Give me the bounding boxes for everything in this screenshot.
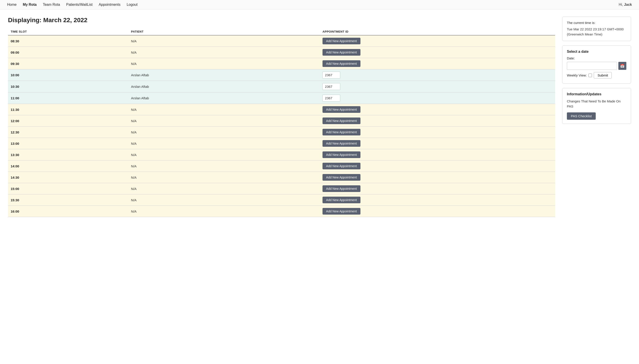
appt-id-value: 2367 [322, 95, 340, 102]
date-input[interactable] [567, 62, 617, 70]
cell-patient: N/A [128, 126, 320, 138]
add-appointment-button[interactable]: Add New Appointment [322, 174, 360, 181]
schedule-table: TIME SLOT PATIENT APPOINTMENT ID 08:30N/… [8, 28, 555, 217]
cell-appt-id: Add New Appointment [320, 183, 555, 194]
add-appointment-button[interactable]: Add New Appointment [322, 208, 360, 214]
cell-patient: Arslan Aftab [128, 70, 320, 81]
sidebar: The current time is: Tue Mar 22 2022 23:… [562, 17, 631, 124]
date-select-title: Select a date [567, 50, 626, 54]
current-time-label: The current time is: [567, 21, 626, 24]
add-appointment-button[interactable]: Add New Appointment [322, 129, 360, 136]
cell-appt-id: Add New Appointment [320, 138, 555, 149]
pas-checklist-button[interactable]: PAS Checklist [567, 112, 596, 120]
nav-item-teamrota[interactable]: Team Rota [43, 3, 60, 7]
cell-appt-id: Add New Appointment [320, 104, 555, 115]
cell-timeslot: 10:30 [8, 81, 128, 92]
calendar-icon-button[interactable]: 📅 [618, 62, 626, 70]
navigation: Home My Rota Team Rota Patients/WaitList… [0, 0, 639, 10]
cell-appt-id: Add New Appointment [320, 58, 555, 70]
add-appointment-button[interactable]: Add New Appointment [322, 185, 360, 192]
table-row: 10:30Arslan Aftab2367 [8, 81, 555, 92]
table-row: 15:30N/AAdd New Appointment [8, 194, 555, 206]
cell-timeslot: 11:00 [8, 92, 128, 104]
cell-appt-id: 2367 [320, 70, 555, 81]
date-label: Date: [567, 56, 626, 60]
nav-item-home[interactable]: Home [7, 3, 17, 7]
table-row: 08:30N/AAdd New Appointment [8, 35, 555, 47]
cell-timeslot: 13:30 [8, 149, 128, 160]
cell-timeslot: 12:00 [8, 115, 128, 126]
cell-patient: N/A [128, 183, 320, 194]
current-time-card: The current time is: Tue Mar 22 2022 23:… [562, 17, 631, 41]
page-title: Displaying: March 22, 2022 [8, 17, 555, 24]
cell-appt-id: Add New Appointment [320, 194, 555, 206]
table-row: 09:30N/AAdd New Appointment [8, 58, 555, 70]
table-row: 14:00N/AAdd New Appointment [8, 160, 555, 172]
cell-patient: Arslan Aftab [128, 92, 320, 104]
table-row: 11:00Arslan Aftab2367 [8, 92, 555, 104]
cell-patient: N/A [128, 172, 320, 183]
cell-timeslot: 09:30 [8, 58, 128, 70]
cell-appt-id: Add New Appointment [320, 35, 555, 47]
cell-patient: N/A [128, 138, 320, 149]
table-row: 11:30N/AAdd New Appointment [8, 104, 555, 115]
cell-appt-id: Add New Appointment [320, 115, 555, 126]
cell-patient: N/A [128, 206, 320, 217]
cell-patient: N/A [128, 115, 320, 126]
cell-appt-id: 2367 [320, 81, 555, 92]
add-appointment-button[interactable]: Add New Appointment [322, 197, 360, 203]
cell-appt-id: Add New Appointment [320, 172, 555, 183]
info-updates-card: Information/Updates Changes That Need To… [562, 88, 631, 124]
table-header-row: TIME SLOT PATIENT APPOINTMENT ID [8, 28, 555, 35]
table-row: 10:00Arslan Aftab2367 [8, 70, 555, 81]
weekly-view-row: Weekly View: Submit [567, 72, 626, 78]
cell-appt-id: Add New Appointment [320, 47, 555, 58]
cell-patient: N/A [128, 47, 320, 58]
cell-timeslot: 15:00 [8, 183, 128, 194]
nav-item-myrota[interactable]: My Rota [23, 3, 37, 7]
cell-patient: N/A [128, 149, 320, 160]
submit-button[interactable]: Submit [594, 72, 612, 78]
cell-appt-id: Add New Appointment [320, 160, 555, 172]
table-row: 09:00N/AAdd New Appointment [8, 47, 555, 58]
cell-timeslot: 10:00 [8, 70, 128, 81]
add-appointment-button[interactable]: Add New Appointment [322, 49, 360, 56]
add-appointment-button[interactable]: Add New Appointment [322, 106, 360, 113]
nav-item-logout[interactable]: Logout [127, 3, 138, 7]
col-header-timeslot: TIME SLOT [8, 28, 128, 35]
add-appointment-button[interactable]: Add New Appointment [322, 152, 360, 158]
add-appointment-button[interactable]: Add New Appointment [322, 140, 360, 147]
cell-timeslot: 13:00 [8, 138, 128, 149]
appt-id-value: 2367 [322, 72, 340, 78]
add-appointment-button[interactable]: Add New Appointment [322, 60, 360, 67]
cell-patient: N/A [128, 194, 320, 206]
cell-timeslot: 09:00 [8, 47, 128, 58]
nav-item-waitlist[interactable]: Patients/WaitList [66, 3, 93, 7]
main-container: Displaying: March 22, 2022 TIME SLOT PAT… [0, 10, 639, 224]
table-row: 15:00N/AAdd New Appointment [8, 183, 555, 194]
cell-timeslot: 14:30 [8, 172, 128, 183]
table-row: 12:30N/AAdd New Appointment [8, 126, 555, 138]
appt-id-value: 2367 [322, 83, 340, 90]
table-row: 12:00N/AAdd New Appointment [8, 115, 555, 126]
info-updates-title: Information/Updates [567, 92, 626, 96]
cell-patient: N/A [128, 160, 320, 172]
table-row: 13:00N/AAdd New Appointment [8, 138, 555, 149]
cell-timeslot: 12:30 [8, 126, 128, 138]
cell-timeslot: 14:00 [8, 160, 128, 172]
add-appointment-button[interactable]: Add New Appointment [322, 163, 360, 169]
cell-appt-id: 2367 [320, 92, 555, 104]
nav-greeting: Hi, Jack [618, 3, 632, 7]
cell-timeslot: 16:00 [8, 206, 128, 217]
date-input-row: 📅 [567, 62, 626, 70]
weekly-view-checkbox[interactable] [588, 74, 592, 77]
add-appointment-button[interactable]: Add New Appointment [322, 38, 360, 44]
weekly-view-label: Weekly View: [567, 74, 587, 77]
cell-appt-id: Add New Appointment [320, 206, 555, 217]
nav-links: Home My Rota Team Rota Patients/WaitList… [7, 3, 138, 7]
username: Jack [624, 3, 632, 6]
cell-patient: N/A [128, 58, 320, 70]
nav-item-appointments[interactable]: Appointments [99, 3, 121, 7]
add-appointment-button[interactable]: Add New Appointment [322, 118, 360, 124]
cell-timeslot: 11:30 [8, 104, 128, 115]
